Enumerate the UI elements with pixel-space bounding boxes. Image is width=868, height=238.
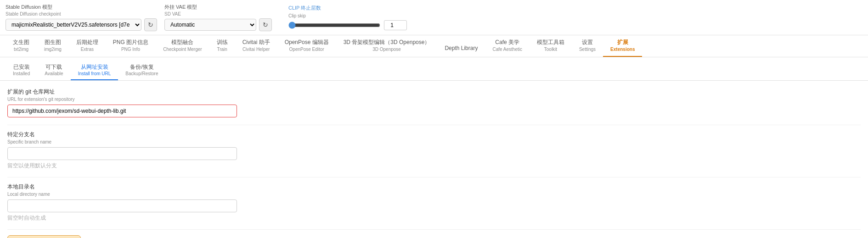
sd-model-wrap: majicmixRealistic_betterV2V25.safetensor… xyxy=(6,18,157,31)
sub-tabs: 已安装 Installed 可下载 Available 从网址安装 Instal… xyxy=(0,57,868,81)
tab-cafe-aesthetic[interactable]: Cafe 美学 Cafe Aesthetic xyxy=(485,35,529,57)
sub-tab-backup-restore[interactable]: 备份/恢复 Backup/Restore xyxy=(118,61,165,81)
sd-model-section: Stable Diffusion 模型 Stable Diffusion che… xyxy=(6,4,157,31)
tab-3d-openpose[interactable]: 3D 骨架模型编辑（3D Openpose） 3D Openpose xyxy=(336,35,438,57)
vae-model-wrap: Automatic ↻ xyxy=(164,18,272,31)
tab-depth-library[interactable]: Depth Library xyxy=(437,41,485,57)
local-dir-input[interactable] xyxy=(7,199,237,212)
sd-model-refresh-button[interactable]: ↻ xyxy=(144,18,157,31)
top-bar: Stable Diffusion 模型 Stable Diffusion che… xyxy=(0,0,868,35)
main-content: 扩展的 git 仓库网址 URL for extension's git rep… xyxy=(0,81,868,238)
sd-model-sublabel: Stable Diffusion checkpoint xyxy=(6,11,157,17)
git-url-input[interactable] xyxy=(7,105,237,117)
git-url-sublabel: URL for extension's git repository xyxy=(7,97,861,102)
tab-extras[interactable]: 后期处理 Extras xyxy=(69,35,106,57)
branch-name-input[interactable] xyxy=(7,147,237,160)
sd-model-select[interactable]: majicmixRealistic_betterV2V25.safetensor… xyxy=(6,19,141,31)
vae-model-refresh-button[interactable]: ↻ xyxy=(259,18,272,31)
sub-tab-available[interactable]: 可下载 Available xyxy=(37,61,70,81)
clip-skip-input[interactable] xyxy=(384,20,407,30)
tab-toolkit[interactable]: 模型工具箱 Toolkit xyxy=(530,35,572,57)
git-url-group: 扩展的 git 仓库网址 URL for extension's git rep… xyxy=(7,88,861,117)
branch-name-group: 特定分支名 Specific branch name 留空以使用默认分支 xyxy=(7,131,861,170)
vae-model-select[interactable]: Automatic xyxy=(164,19,256,31)
sd-model-label: Stable Diffusion 模型 xyxy=(6,4,157,11)
git-url-label: 扩展的 git 仓库网址 xyxy=(7,88,861,96)
tab-train[interactable]: 训练 Train xyxy=(209,35,235,57)
divider-1 xyxy=(7,125,861,125)
vae-model-section: 外挂 VAE 模型 SD VAE Automatic ↻ xyxy=(164,4,272,31)
local-dir-group: 本地目录名 Local directory name 留空时自动生成 xyxy=(7,183,861,222)
sub-tab-installed[interactable]: 已安装 Installed xyxy=(6,61,37,81)
tab-pnginfo[interactable]: PNG 图片信息 PNG Info xyxy=(106,35,156,57)
vae-model-sublabel: SD VAE xyxy=(164,11,272,17)
tab-extensions[interactable]: 扩展 Extensions xyxy=(603,35,642,57)
branch-label: 特定分支名 xyxy=(7,131,861,138)
clip-label: CLIP 终止层数 xyxy=(288,5,407,11)
install-button[interactable]: 安装 Install xyxy=(7,235,81,238)
local-dir-label: 本地目录名 xyxy=(7,183,861,191)
vae-model-label: 外挂 VAE 模型 xyxy=(164,4,272,11)
clip-controls xyxy=(288,20,407,30)
tab-img2img[interactable]: 图生图 img2img xyxy=(37,35,69,57)
local-dir-sublabel: Local directory name xyxy=(7,192,861,197)
divider-2 xyxy=(7,177,861,177)
clip-skip-slider[interactable] xyxy=(288,22,380,29)
sub-tab-install-from-url[interactable]: 从网址安装 Install from URL xyxy=(71,61,118,81)
tab-checkpoint-merger[interactable]: 模型融合 Checkpoint Merger xyxy=(156,35,209,57)
local-dir-placeholder: 留空时自动生成 xyxy=(7,214,861,222)
tab-settings[interactable]: 设置 Settings xyxy=(572,35,603,57)
tab-civitai-helper[interactable]: Civitai 助手 Civitai Helper xyxy=(235,35,277,57)
clip-sublabel: Clip skip xyxy=(288,13,407,18)
branch-placeholder: 留空以使用默认分支 xyxy=(7,162,861,170)
tab-txt2img[interactable]: 文生图 txt2img xyxy=(6,35,37,57)
branch-sublabel: Specific branch name xyxy=(7,139,861,144)
clip-section: CLIP 终止层数 Clip skip xyxy=(288,5,407,30)
main-nav-tabs: 文生图 txt2img 图生图 img2img 后期处理 Extras PNG … xyxy=(0,35,868,57)
tab-openpose[interactable]: OpenPose 编辑器 OpenPose Editor xyxy=(277,35,336,57)
divider-3 xyxy=(7,229,861,230)
